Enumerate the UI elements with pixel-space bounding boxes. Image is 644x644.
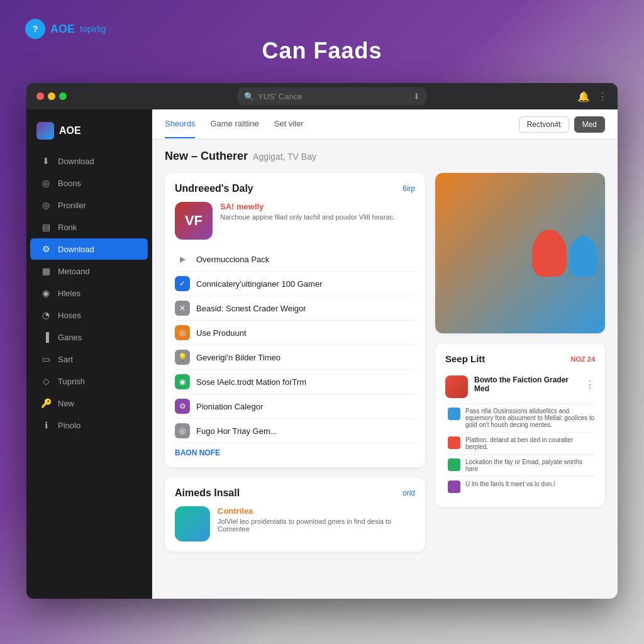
- main-area: AOE ⬇ Download ◎ Boons ◎ Proniler ▤ Ronk…: [26, 109, 618, 599]
- rectvon-button[interactable]: Rectvon#t: [519, 116, 569, 133]
- close-button[interactable]: [36, 92, 44, 100]
- tab-right-buttons: Rectvon#t Med: [519, 116, 605, 133]
- sidebar-item-metoand-label: Metoand: [58, 267, 90, 276]
- download-icon: ⬇: [413, 92, 420, 101]
- minimize-button[interactable]: [48, 92, 55, 100]
- see-litt-main-title: Bowto the Faiction Grader Med: [474, 375, 585, 393]
- sidebar-item-pinolo[interactable]: ℹ Pinolo: [30, 414, 148, 436]
- sub-item-icon-2: [448, 458, 460, 471]
- sidebar-item-tuprish[interactable]: ◇ Tuprish: [30, 370, 148, 392]
- titlebar-center: 🔍 YUS' Cance ⬇: [92, 87, 572, 105]
- sidebar-item-boons[interactable]: ◎ Boons: [30, 172, 148, 194]
- sidebar-item-proniler-label: Proniler: [58, 201, 86, 210]
- sidebar-item-download-top[interactable]: ⬇ Download: [30, 150, 148, 172]
- sub-item-text-0: Pass nfia Ousinssions atidueltics and eq…: [465, 408, 595, 428]
- sidebar-item-hoses-label: Hoses: [58, 311, 81, 320]
- featured-icon: VF: [175, 202, 213, 240]
- list-item-label-7: Fugo Hor Triay Gem...: [196, 426, 277, 436]
- sidebar-item-new-label: New: [58, 399, 74, 408]
- notification-icon[interactable]: 🔔: [577, 91, 590, 103]
- sidebar-item-proniler[interactable]: ◎ Proniler: [30, 194, 148, 216]
- featured-row: VF SA! mewlly Narchoue appine filad only…: [175, 202, 415, 240]
- tab-sheurds[interactable]: Sheurds: [165, 110, 195, 138]
- list-item-icon-2: ✕: [175, 301, 190, 316]
- content-body: Undreeed's Daly 6irp VF SA! mewlly Narch…: [152, 168, 618, 564]
- content-area: Sheurds Game raltline Set viler Rectvon#…: [152, 109, 618, 599]
- tab-set-viler[interactable]: Set viler: [274, 110, 304, 138]
- see-litt-more-icon[interactable]: ⋮: [585, 379, 595, 391]
- content-header: New – Cutherer Aggigat, TV Bay: [152, 140, 618, 168]
- list-item[interactable]: 💡 Geverigi'n Bilder Timeo: [175, 345, 415, 370]
- logo-name: AOE: [50, 23, 75, 36]
- list-item[interactable]: ◎ Fugo Hor Triay Gem...: [175, 419, 415, 443]
- list-item[interactable]: ✓ Connicatery'ultingianer 100 Gamer: [175, 272, 415, 296]
- ronk-icon: ▤: [40, 222, 52, 232]
- see-litt-title: Seep Litt: [445, 353, 485, 364]
- list-item-icon-7: ◎: [175, 423, 190, 438]
- list-item-label-6: Pioniation Calegor: [196, 402, 263, 411]
- sidebar-item-metoand[interactable]: ▦ Metoand: [30, 260, 148, 282]
- search-bar[interactable]: 🔍 YUS' Cance ⬇: [238, 87, 426, 105]
- list-item[interactable]: ⚙ Pioniation Calegor: [175, 394, 415, 419]
- list-item[interactable]: ◉ Sose lAelc.trodt Mation forTrm: [175, 370, 415, 394]
- titlebar: 🔍 YUS' Cance ⬇ 🔔 ⋮: [26, 83, 618, 109]
- sub-item-text-1: Plattion. deland at ben ded in couralter…: [465, 436, 595, 450]
- featured-app-name: SA! mewlly: [220, 202, 395, 211]
- see-litt-sub-items: Pass nfia Ousinssions atidueltics and eq…: [445, 404, 595, 497]
- sub-item-icon-1: [448, 436, 460, 449]
- char2: [569, 236, 597, 277]
- sidebar-item-ganes[interactable]: ▐ Ganes: [30, 326, 148, 348]
- sidebar-item-hoses[interactable]: ◔ Hoses: [30, 304, 148, 326]
- sidebar-item-hleles-label: Hleles: [58, 289, 80, 298]
- char1: [532, 230, 567, 277]
- see-litt-sub-item-1: Plattion. deland at ben ded in couralter…: [448, 433, 595, 455]
- list-item-icon-0: ▶: [175, 252, 190, 267]
- sidebar-item-ronk[interactable]: ▤ Ronk: [30, 216, 148, 238]
- see-litt-main-header: Bowto the Faiction Grader Med ⋮: [474, 375, 595, 393]
- list-item[interactable]: ▶ Overmucciona Pack: [175, 247, 415, 272]
- brand-icon: [36, 122, 54, 140]
- game-card-image: [435, 173, 605, 333]
- sidebar-item-pinolo-label: Pinolo: [58, 421, 80, 430]
- sart-icon: ▭: [40, 354, 52, 364]
- boons-icon: ◎: [40, 178, 52, 188]
- see-litt-card: Seep Litt NOZ 24 Bowto the Faiction Grad…: [435, 343, 605, 507]
- second-card-text: Contrilea JolViel leo proidentatis to po…: [218, 506, 415, 541]
- sidebar-item-ronk-label: Ronk: [58, 223, 77, 232]
- see-more-button[interactable]: BAON NOFE: [175, 448, 415, 457]
- sidebar-item-hleles[interactable]: ◉ Hleles: [30, 282, 148, 304]
- search-icon: 🔍: [244, 92, 254, 101]
- see-litt-main-item[interactable]: Bowto the Faiction Grader Med ⋮: [445, 370, 595, 404]
- sidebar: AOE ⬇ Download ◎ Boons ◎ Proniler ▤ Ronk…: [26, 109, 152, 599]
- sidebar-item-sart[interactable]: ▭ Sart: [30, 348, 148, 370]
- tuprish-icon: ◇: [40, 376, 52, 386]
- featured-icon-label: VF: [185, 213, 203, 229]
- traffic-lights: [36, 92, 67, 100]
- second-card-app-name: Contrilea: [218, 506, 415, 516]
- sidebar-item-new[interactable]: 🔑 New: [30, 392, 148, 414]
- list-item-label-2: Beasid: Scnest Crader Weigor: [196, 304, 306, 313]
- more-icon[interactable]: ⋮: [597, 91, 608, 103]
- med-button[interactable]: Med: [574, 116, 605, 133]
- main-card-link[interactable]: 6irp: [402, 184, 415, 193]
- see-litt-main-text: Bowto the Faiction Grader Med ⋮: [474, 375, 595, 393]
- right-column: Do Roest You. (Wordo) for the Linus Caoe…: [435, 173, 605, 552]
- sidebar-item-boons-label: Boons: [58, 179, 81, 188]
- download-top-icon: ⬇: [40, 156, 52, 166]
- content-title: New – Cutherer: [165, 150, 248, 163]
- list-item[interactable]: ✕ Beasid: Scnest Crader Weigor: [175, 296, 415, 321]
- second-card-link[interactable]: orid: [402, 489, 415, 497]
- pinolo-icon: ℹ: [40, 420, 52, 430]
- page-background-title: Can Faads: [262, 38, 382, 64]
- sub-item-icon-0: [448, 408, 460, 420]
- tab-game-raltline[interactable]: Game raltline: [210, 110, 258, 138]
- proniler-icon: ◎: [40, 200, 52, 210]
- list-item-label-4: Geverigi'n Bilder Timeo: [196, 353, 280, 362]
- sidebar-item-download-active[interactable]: ⚙ Download: [30, 238, 148, 260]
- maximize-button[interactable]: [59, 92, 67, 100]
- list-item-icon-5: ◉: [175, 374, 190, 389]
- metoand-icon: ▦: [40, 266, 52, 276]
- search-placeholder: YUS' Cance: [258, 92, 302, 101]
- sidebar-item-tuprish-label: Tuprish: [58, 377, 85, 386]
- list-item[interactable]: ◎ Use Produunt: [175, 321, 415, 345]
